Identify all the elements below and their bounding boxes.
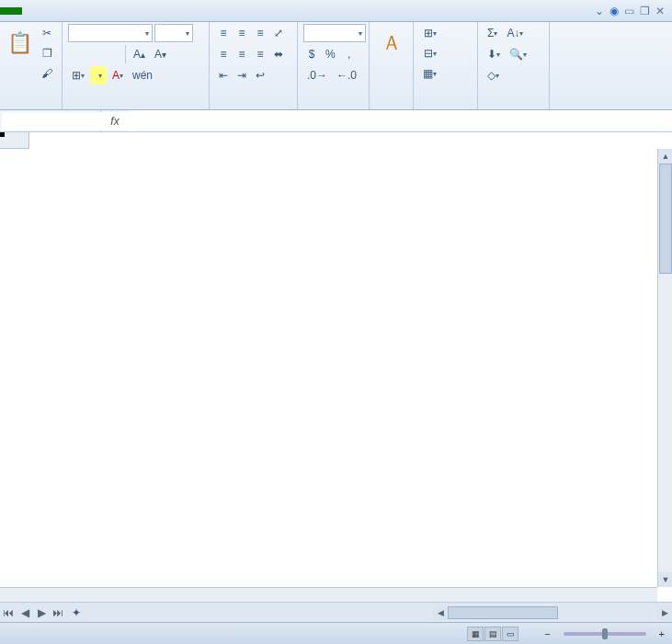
view-layout-icon[interactable]: ▤ xyxy=(484,627,501,641)
font-color-button[interactable]: A▾ xyxy=(108,66,127,85)
zoom-out-icon[interactable]: − xyxy=(544,628,550,639)
restore-icon[interactable]: ❐ xyxy=(640,5,650,17)
paste-button[interactable]: 📋 xyxy=(6,24,34,64)
formula-input[interactable] xyxy=(129,110,672,131)
menu-file[interactable] xyxy=(0,7,22,15)
name-box[interactable]: ▾ xyxy=(0,110,101,131)
close-icon[interactable]: ✕ xyxy=(655,5,665,17)
shrink-font-icon[interactable]: A▾ xyxy=(151,45,170,63)
number-format-select[interactable]: ▾ xyxy=(303,24,366,42)
align-middle-icon[interactable]: ≡ xyxy=(233,24,250,42)
align-bottom-icon[interactable]: ≡ xyxy=(252,24,268,42)
group-clipboard xyxy=(6,106,56,109)
scroll-down-icon[interactable]: ▼ xyxy=(658,572,672,587)
menubar-right: ⌄ ◉ ▭ ❐ ✕ xyxy=(595,5,672,17)
tab-next-icon[interactable]: ▶ xyxy=(33,604,50,622)
indent-dec-icon[interactable]: ⇤ xyxy=(215,66,232,85)
indent-inc-icon[interactable]: ⇥ xyxy=(233,66,250,85)
autosum-icon[interactable]: Σ▾ xyxy=(484,24,501,42)
view-normal-icon[interactable]: ▦ xyxy=(467,627,484,641)
align-right-icon[interactable]: ≡ xyxy=(252,45,268,63)
underline-button[interactable] xyxy=(105,45,121,63)
vscroll-thumb[interactable] xyxy=(659,164,672,274)
bold-button[interactable] xyxy=(68,45,85,63)
group-font xyxy=(68,106,203,109)
percent-icon[interactable]: % xyxy=(322,45,339,63)
sort-filter-icon[interactable]: A↓▾ xyxy=(503,24,527,42)
styles-button[interactable]: Ａ xyxy=(375,24,407,64)
view-buttons: ▦ ▤ ▭ xyxy=(467,627,518,641)
fx-icon[interactable]: fx xyxy=(101,110,129,131)
align-top-icon[interactable]: ≡ xyxy=(215,24,232,42)
tab-first-icon[interactable]: ⏮ xyxy=(0,604,17,622)
wrap-text-icon[interactable]: ↩ xyxy=(252,66,268,85)
copy-icon[interactable]: ❐ xyxy=(38,44,56,62)
new-sheet-icon[interactable]: ✦ xyxy=(68,604,85,622)
phonetic-button[interactable]: wén xyxy=(129,66,156,85)
group-cells xyxy=(419,106,472,109)
scroll-right-icon[interactable]: ▶ xyxy=(657,605,672,620)
border-button[interactable]: ⊞▾ xyxy=(68,66,88,85)
comma-icon[interactable]: , xyxy=(341,45,358,63)
cut-icon[interactable]: ✂ xyxy=(38,24,56,42)
help-dropdown-icon[interactable]: ⌄ xyxy=(595,5,604,17)
hscroll-thumb[interactable] xyxy=(448,606,558,619)
menubar: ⌄ ◉ ▭ ❐ ✕ xyxy=(0,0,672,22)
insert-cells-button[interactable]: ⊞ ▾ xyxy=(419,24,440,42)
sheet-tabstrip: ⏮ ◀ ▶ ⏭ ✦ ◀ ▶ xyxy=(0,602,672,622)
font-size-select[interactable]: ▾ xyxy=(154,24,193,42)
merge-button[interactable]: ⬌ xyxy=(270,45,287,63)
currency-icon[interactable]: $ xyxy=(303,45,320,63)
view-pagebreak-icon[interactable]: ▭ xyxy=(502,627,518,641)
find-icon[interactable]: 🔍▾ xyxy=(506,45,530,63)
format-painter-icon[interactable]: 🖌 xyxy=(38,64,56,83)
vertical-scrollbar[interactable]: ▲ ▼ xyxy=(657,149,672,587)
font-family-select[interactable]: ▾ xyxy=(68,24,153,42)
fill-icon[interactable]: ⬇▾ xyxy=(484,45,504,63)
help-icon[interactable]: ◉ xyxy=(609,5,619,17)
fill-color-button[interactable]: ▾ xyxy=(90,66,107,85)
grid: ▲ ▼ xyxy=(0,132,672,602)
increase-decimal-icon[interactable]: .0→ xyxy=(303,66,331,85)
horizontal-scrollbar-area xyxy=(0,587,657,602)
styles-icon: Ａ xyxy=(382,29,402,57)
status-bar: ▦ ▤ ▭ − + xyxy=(0,622,672,644)
scroll-up-icon[interactable]: ▲ xyxy=(658,149,672,164)
grow-font-icon[interactable]: A▴ xyxy=(130,45,149,63)
align-left-icon[interactable]: ≡ xyxy=(215,45,232,63)
group-styles xyxy=(375,106,407,109)
clear-icon[interactable]: ◇▾ xyxy=(484,66,503,85)
align-center-icon[interactable]: ≡ xyxy=(233,45,250,63)
format-cells-button[interactable]: ▦ ▾ xyxy=(419,64,440,83)
group-align xyxy=(215,106,291,109)
minimize-ribbon-icon[interactable]: ▭ xyxy=(624,5,634,17)
tab-prev-icon[interactable]: ◀ xyxy=(17,604,33,622)
tab-last-icon[interactable]: ⏭ xyxy=(50,604,66,622)
ribbon: 📋 ✂ ❐ 🖌 ▾ ▾ A▴ A▾ xyxy=(0,22,672,110)
group-number xyxy=(303,106,363,109)
zoom-slider[interactable] xyxy=(564,632,646,636)
orientation-icon[interactable]: ⤢ xyxy=(270,24,287,42)
delete-cells-button[interactable]: ⊟ ▾ xyxy=(419,44,440,62)
group-editing xyxy=(484,106,543,109)
formula-bar: ▾ fx xyxy=(0,110,672,132)
italic-button[interactable] xyxy=(86,45,103,63)
zoom-in-icon[interactable]: + xyxy=(659,628,665,639)
decrease-decimal-icon[interactable]: ←.0 xyxy=(333,66,360,85)
clipboard-icon: 📋 xyxy=(7,31,32,55)
scroll-left-icon[interactable]: ◀ xyxy=(433,605,448,620)
tab-nav: ⏮ ◀ ▶ ⏭ xyxy=(0,604,66,622)
